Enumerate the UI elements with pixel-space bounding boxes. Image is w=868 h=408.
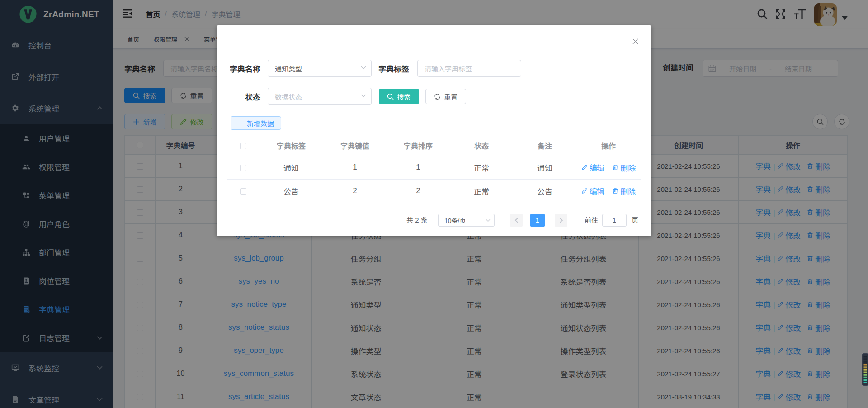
row-checkbox[interactable]	[240, 165, 246, 171]
select-placeholder: 数据状态	[275, 92, 302, 101]
dialog-dict-name-label: 字典名称	[227, 63, 260, 74]
cell-checkbox	[227, 156, 259, 179]
plus-icon	[238, 120, 244, 126]
dialog-filter-row-1: 字典名称 通知类型 字典标签 请输入字典标签	[217, 60, 521, 77]
dict-data-dialog: 字典名称 通知类型 字典标签 请输入字典标签 状态 数据状态 搜索 重置	[217, 25, 651, 236]
input-placeholder: 请输入字典标签	[425, 64, 472, 73]
header-remark: 备注	[513, 136, 576, 156]
cell-dict-label: 公告	[259, 179, 323, 203]
dialog-status-label: 状态	[227, 91, 260, 102]
dialog-filter-row-2: 状态 数据状态 搜索 重置	[217, 88, 466, 105]
pagination-goto-label: 前往	[585, 214, 598, 227]
dialog-add-data-button[interactable]: 新增数据	[231, 116, 281, 130]
chevron-down-icon	[486, 219, 491, 222]
row-delete-link[interactable]: 删除	[612, 185, 636, 197]
trash-icon	[612, 188, 618, 194]
select-value: 10条/页	[444, 216, 466, 225]
button-label: 搜索	[397, 92, 410, 101]
table-body: 通知 1 1 正常 通知 编辑 删除 公告 2 2 正常	[227, 156, 641, 203]
cell-dict-key: 2	[323, 179, 387, 203]
pagination-unit-label: 页	[632, 214, 638, 227]
cell-status: 正常	[450, 156, 513, 179]
dialog-pagination: 共 2 条 10条/页 1 前往 1 页	[217, 214, 651, 227]
dialog-dict-label-label: 字典标签	[378, 63, 411, 74]
cell-oper: 编辑 删除	[576, 156, 641, 179]
chevron-down-icon	[361, 94, 366, 98]
row-checkbox[interactable]	[240, 188, 246, 195]
cell-dict-sort: 2	[387, 179, 450, 203]
chevron-left-icon	[514, 218, 519, 223]
table-row: 公告 2 2 正常 公告 编辑 删除	[227, 179, 641, 203]
header-dict-label: 字典标签	[259, 136, 323, 156]
header-checkbox-cell	[227, 136, 259, 156]
dialog-dict-label-input[interactable]: 请输入字典标签	[417, 60, 521, 77]
header-dict-key: 字典键值	[323, 136, 387, 156]
button-label: 重置	[444, 92, 458, 101]
select-all-checkbox[interactable]	[240, 143, 246, 149]
header-dict-sort: 字典排序	[387, 136, 450, 156]
cell-checkbox	[227, 179, 259, 203]
refresh-icon	[434, 93, 441, 100]
level-meter-widget	[862, 353, 868, 386]
dialog-status-select[interactable]: 数据状态	[268, 88, 372, 105]
button-label: 新增数据	[247, 119, 274, 128]
dialog-dict-name-select[interactable]: 通知类型	[268, 60, 372, 77]
app-root: ZrAdmin.NET 控制台 外部打开 系统管理 用户管理 权限管理	[0, 0, 868, 408]
chevron-down-icon	[361, 66, 366, 70]
cell-dict-sort: 1	[387, 156, 450, 179]
pencil-icon	[581, 188, 588, 194]
cell-remark: 公告	[513, 179, 576, 203]
link-label: 删除	[620, 162, 636, 173]
pagination-page-input[interactable]: 1	[602, 214, 627, 227]
table-row: 通知 1 1 正常 通知 编辑 删除	[227, 156, 641, 179]
row-edit-link[interactable]: 编辑	[581, 161, 605, 173]
link-label: 删除	[620, 185, 636, 197]
select-value: 通知类型	[275, 64, 302, 73]
dialog-search-button[interactable]: 搜索	[379, 89, 419, 104]
cell-status: 正常	[450, 179, 513, 203]
link-label: 编辑	[590, 161, 605, 173]
pencil-icon	[581, 164, 588, 171]
current-page-button[interactable]: 1	[530, 214, 545, 227]
prev-page-button[interactable]	[510, 214, 523, 227]
row-edit-link[interactable]: 编辑	[581, 185, 605, 197]
row-delete-link[interactable]: 删除	[612, 162, 636, 173]
cell-oper: 编辑 删除	[576, 179, 641, 203]
table-header-row: 字典标签 字典键值 字典排序 状态 备注 操作	[227, 136, 641, 156]
chevron-right-icon	[559, 218, 563, 223]
search-icon	[387, 93, 394, 100]
next-page-button[interactable]	[555, 214, 567, 227]
header-status: 状态	[450, 136, 513, 156]
cell-dict-label: 通知	[259, 156, 323, 179]
dialog-dict-data-table: 字典标签 字典键值 字典排序 状态 备注 操作 通知 1 1 正常 通知	[227, 136, 641, 203]
cell-dict-key: 1	[323, 156, 387, 179]
dialog-close-icon[interactable]	[632, 38, 638, 44]
page-size-select[interactable]: 10条/页	[438, 214, 495, 227]
dialog-reset-button[interactable]: 重置	[425, 89, 466, 104]
pagination-total: 共 2 条	[406, 214, 428, 227]
header-oper: 操作	[576, 136, 641, 156]
cell-remark: 通知	[513, 156, 576, 179]
trash-icon	[612, 164, 618, 171]
link-label: 编辑	[590, 185, 605, 197]
